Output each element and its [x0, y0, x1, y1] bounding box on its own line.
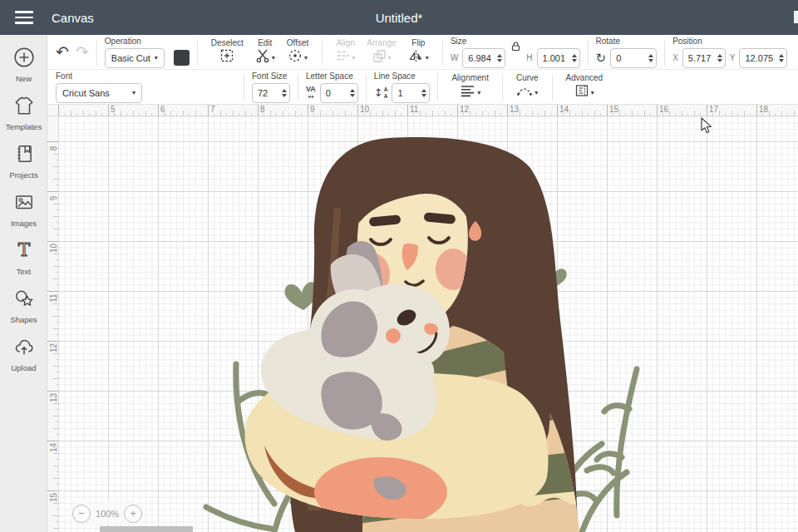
edit-button[interactable]: Edit ▾: [255, 38, 275, 66]
color-swatch[interactable]: [174, 50, 190, 66]
menu-icon[interactable]: [0, 0, 48, 35]
deselect-button[interactable]: Deselect: [211, 38, 244, 66]
advanced-button[interactable]: Advanced ▾: [566, 73, 603, 101]
width-prefix: W: [451, 53, 458, 62]
ruler-number: 7: [210, 105, 215, 114]
v-ruler: 89101112131415: [47, 116, 59, 532]
zoom-out-button[interactable]: −: [72, 505, 91, 523]
zoom-level: 100%: [96, 509, 119, 519]
lock-icon[interactable]: [510, 40, 521, 55]
ruler-number: 15: [49, 490, 58, 506]
divider: [442, 39, 443, 66]
rotate-input[interactable]: 0: [610, 48, 657, 68]
advanced-icon: [574, 84, 589, 101]
divider: [588, 39, 589, 66]
height-stepper[interactable]: [572, 54, 577, 62]
letter-space-icon: VA↔: [306, 86, 316, 101]
page-title: Canvas: [52, 11, 94, 25]
x-stepper[interactable]: [717, 54, 722, 62]
height-input[interactable]: 1.001: [537, 48, 580, 68]
zoom-controls: − 100% +: [70, 501, 145, 525]
ruler-number: 5: [111, 105, 116, 114]
sidebar-item-upload[interactable]: Upload: [0, 331, 47, 377]
line-space-stepper[interactable]: [421, 89, 426, 97]
undo-icon[interactable]: ↶: [56, 44, 69, 60]
chevron-down-icon: ▾: [132, 89, 135, 96]
position-y-input[interactable]: 12.075: [739, 48, 787, 68]
templates-icon: [13, 95, 35, 120]
topbar-edge-button[interactable]: [794, 11, 798, 23]
height-prefix: H: [526, 53, 532, 62]
sidebar-item-shapes[interactable]: Shapes: [0, 283, 47, 329]
ruler-number: 18: [759, 105, 768, 114]
chevron-down-icon: ▾: [155, 54, 158, 62]
operation-value: Basic Cut: [111, 53, 150, 63]
width-stepper[interactable]: [497, 54, 502, 62]
operation-group: Operation Basic Cut ▾: [105, 37, 190, 68]
offset-icon: [288, 48, 303, 66]
redo-icon[interactable]: ↷: [76, 44, 89, 60]
font-size-stepper[interactable]: [282, 89, 287, 97]
position-x-input[interactable]: 5.717: [682, 48, 726, 68]
font-size-group: Font Size 72: [252, 71, 290, 103]
ruler-number: 12: [49, 340, 58, 357]
sidebar-item-new[interactable]: New: [0, 42, 47, 88]
alignment-button[interactable]: Alignment ▾: [451, 73, 488, 101]
rotate-icon[interactable]: ↻: [596, 51, 607, 66]
divider: [366, 74, 367, 101]
ruler-number: 13: [49, 390, 58, 406]
rotate-stepper[interactable]: [648, 54, 653, 62]
sidebar-item-images[interactable]: Images: [0, 186, 47, 233]
alignment-icon: [460, 84, 475, 101]
ruler-number: 12: [460, 105, 469, 114]
line-space-label: Line Space: [374, 71, 431, 81]
ruler-number: 8: [49, 140, 58, 157]
chevron-down-icon: ▾: [352, 54, 355, 62]
letter-space-group: Letter Space VA↔ 0: [306, 71, 358, 103]
ruler-number: 11: [49, 290, 58, 307]
font-select[interactable]: Cricut Sans ▾: [56, 83, 142, 103]
letter-space-stepper[interactable]: [350, 89, 355, 97]
upload-icon: [13, 336, 35, 361]
sidebar-item-projects[interactable]: Projects: [0, 138, 47, 185]
line-space-group: Line Space ↕AA 1: [374, 71, 431, 103]
ruler-number: 13: [510, 105, 519, 114]
chevron-down-icon: ▾: [534, 89, 538, 96]
align-button[interactable]: Align ▾: [336, 38, 355, 66]
horizontal-scrollbar[interactable]: [100, 526, 193, 532]
projects-icon: [13, 143, 35, 168]
letter-space-input[interactable]: 0: [320, 83, 358, 103]
canvas-artwork[interactable]: [47, 105, 798, 532]
sidebar-item-templates[interactable]: Templates: [0, 90, 47, 136]
cricut-design-space-window: Canvas Untitled* ↶ ↷ Operation Basic Cut…: [0, 0, 798, 532]
rotate-label: Rotate: [596, 37, 658, 46]
text-toolbar: Font Cricut Sans ▾ Font Size 72 Letter S…: [47, 70, 798, 105]
operation-select[interactable]: Basic Cut ▾: [105, 48, 165, 68]
arrange-icon: [372, 49, 387, 66]
divider: [244, 74, 244, 101]
flip-button[interactable]: Flip ▾: [408, 38, 429, 66]
chevron-down-icon: ▾: [304, 54, 308, 62]
ruler-number: 15: [609, 105, 618, 114]
ruler-number: 9: [310, 105, 315, 114]
curve-button[interactable]: Curve ▾: [516, 73, 539, 101]
zoom-in-button[interactable]: +: [124, 505, 142, 523]
sidebar-item-text[interactable]: T Text: [0, 234, 47, 281]
ruler-number: 14: [559, 105, 569, 114]
font-label: Font: [56, 71, 142, 81]
ruler-number: 17: [709, 105, 718, 114]
chevron-down-icon: ▾: [426, 54, 429, 62]
font-size-input[interactable]: 72: [252, 83, 290, 103]
chevron-down-icon: ▾: [272, 54, 275, 62]
y-stepper[interactable]: [779, 54, 784, 62]
position-label: Position: [672, 37, 787, 46]
ruler-number: 9: [49, 190, 58, 207]
svg-text:T: T: [17, 239, 30, 260]
width-input[interactable]: 6.984: [462, 48, 505, 68]
font-group: Font Cricut Sans ▾: [56, 71, 142, 103]
offset-button[interactable]: Offset ▾: [287, 38, 309, 66]
font-size-label: Font Size: [252, 71, 290, 81]
line-space-input[interactable]: 1: [392, 83, 430, 103]
arrange-button[interactable]: Arrange ▾: [367, 38, 397, 66]
ruler-number: 14: [49, 440, 58, 456]
